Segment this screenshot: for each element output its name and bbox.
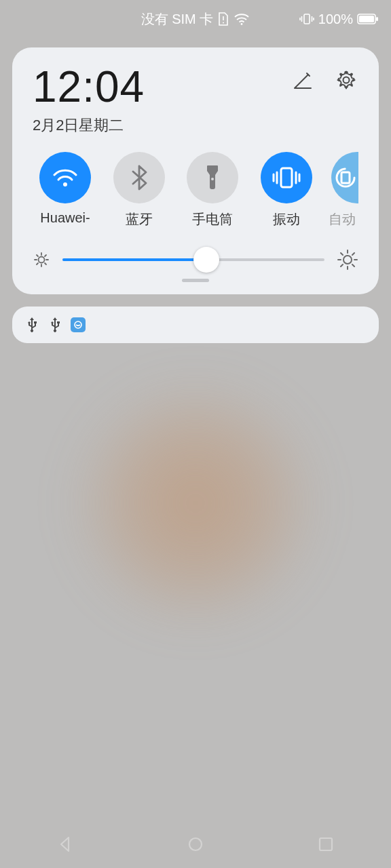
- vibrate-status-icon: [299, 12, 314, 26]
- toggle-bluetooth[interactable]: 蓝牙: [107, 152, 172, 229]
- svg-rect-16: [281, 168, 292, 187]
- svg-rect-23: [320, 838, 332, 850]
- autorotate-icon: [331, 152, 358, 203]
- status-right: 100%: [299, 12, 379, 27]
- clock-date: 2月2日星期二: [33, 115, 291, 136]
- bluetooth-icon: [113, 152, 165, 203]
- svg-point-22: [189, 838, 202, 850]
- quick-settings-panel: 12:04 2月2日星期二: [12, 47, 379, 294]
- no-sim-text: 没有 SIM 卡: [141, 10, 214, 28]
- sim-alert-icon: [217, 12, 229, 26]
- usb-icon: [24, 317, 39, 332]
- notification-strip[interactable]: [12, 307, 379, 343]
- wifi-icon: [234, 12, 250, 26]
- toggle-label: 自动: [329, 210, 356, 229]
- toggle-autorotate[interactable]: 自动: [327, 152, 358, 229]
- nav-back-button[interactable]: [52, 831, 79, 858]
- navigation-bar: [0, 821, 391, 868]
- panel-header: 12:04 2月2日星期二: [33, 65, 358, 136]
- brightness-row: [33, 248, 358, 272]
- slider-fill: [62, 258, 206, 261]
- app-notification-icon: [71, 317, 86, 332]
- svg-point-21: [75, 321, 81, 328]
- svg-point-19: [39, 257, 45, 263]
- svg-point-12: [343, 77, 350, 83]
- svg-rect-10: [376, 17, 378, 21]
- svg-rect-18: [341, 172, 350, 183]
- toggle-label: 振动: [273, 210, 300, 229]
- panel-drag-handle[interactable]: [182, 279, 209, 282]
- svg-point-15: [211, 178, 214, 180]
- toggle-label: 手电筒: [192, 210, 233, 229]
- clock-time: 12:04: [33, 65, 291, 108]
- toggle-wifi[interactable]: Huawei-: [33, 152, 98, 229]
- status-bar: 没有 SIM 卡 100%: [0, 0, 391, 38]
- usb-icon: [48, 317, 62, 332]
- vibrate-icon: [261, 152, 312, 203]
- battery-percent: 100%: [318, 12, 353, 27]
- svg-point-1: [223, 22, 224, 24]
- edit-button[interactable]: [291, 68, 315, 92]
- slider-thumb[interactable]: [193, 247, 219, 273]
- svg-rect-9: [359, 16, 374, 22]
- svg-point-13: [63, 182, 67, 186]
- brightness-high-icon: [337, 249, 358, 271]
- flashlight-icon: [187, 152, 238, 203]
- toggle-vibrate[interactable]: 振动: [254, 152, 319, 229]
- brightness-low-icon: [33, 251, 50, 269]
- settings-button[interactable]: [334, 68, 358, 92]
- toggle-label: 蓝牙: [126, 210, 153, 229]
- clock-block: 12:04 2月2日星期二: [33, 65, 291, 136]
- battery-icon: [357, 14, 379, 24]
- svg-point-20: [343, 256, 352, 264]
- quick-toggles-row: Huawei- 蓝牙 手电筒: [33, 152, 358, 229]
- nav-home-button[interactable]: [182, 831, 209, 858]
- toggle-flashlight[interactable]: 手电筒: [180, 152, 245, 229]
- background-blur: [67, 374, 324, 632]
- nav-recent-button[interactable]: [312, 831, 339, 858]
- svg-rect-14: [207, 165, 218, 167]
- wifi-icon: [39, 152, 91, 203]
- toggle-label: Huawei-: [40, 210, 90, 226]
- brightness-slider[interactable]: [62, 248, 324, 272]
- svg-rect-3: [304, 14, 310, 24]
- svg-point-2: [241, 23, 243, 25]
